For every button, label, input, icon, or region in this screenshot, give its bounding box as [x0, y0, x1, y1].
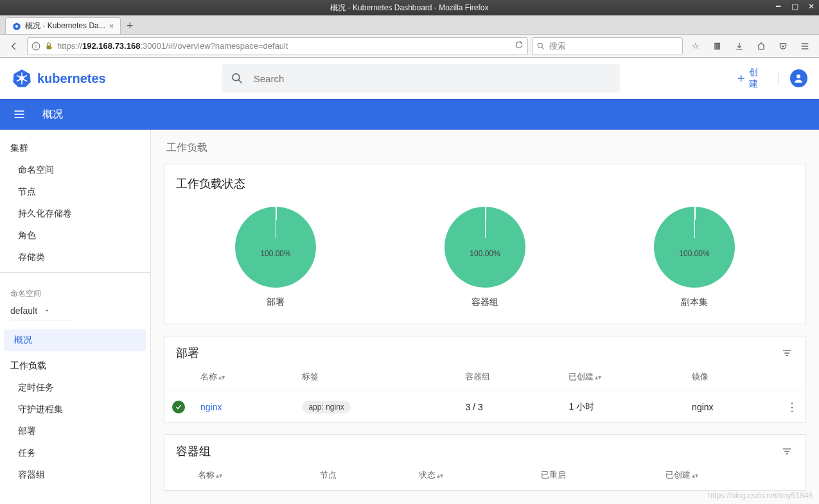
caption-pods: 容器组: [471, 297, 498, 308]
cell-image: nginx: [684, 392, 779, 422]
downloads-icon[interactable]: [730, 37, 748, 55]
create-button[interactable]: 创建: [735, 67, 766, 90]
col-pods[interactable]: 容器组: [457, 362, 561, 392]
tab-close-icon[interactable]: ×: [109, 21, 114, 31]
chart-replicasets: 100.00% 副本集: [654, 207, 735, 308]
lock-warn-icon: [44, 42, 53, 51]
dashboard-body: 集群 命名空间 节点 持久化存储卷 角色 存储类 命名空间 default 概况…: [0, 130, 819, 504]
sidebar-item-jobs[interactable]: 任务: [0, 442, 150, 464]
new-tab-button[interactable]: +: [121, 17, 139, 34]
sidebar-group-cluster: 集群: [0, 136, 150, 159]
deployments-card-title: 部署: [176, 345, 199, 361]
col-name[interactable]: 名称▴▾: [193, 362, 294, 392]
main-content[interactable]: 工作负载 工作负载状态 100.00% 部署 100.00% 容器组 100.0…: [151, 130, 819, 504]
deployments-card: 部署 名称▴▾ 标签 容器组 已创建▴▾ 镜像 ngi: [164, 336, 806, 422]
deployment-name-link[interactable]: nginx: [200, 402, 222, 412]
col-name[interactable]: 名称▴▾: [190, 460, 312, 491]
logo-text: kubernetes: [37, 71, 106, 86]
hamburger-menu-icon[interactable]: [796, 37, 814, 55]
topbar-right: 创建: [735, 67, 807, 90]
user-avatar[interactable]: [790, 69, 807, 87]
sort-icon: ▴▾: [218, 374, 225, 381]
dashboard-topbar: kubernetes 创建: [0, 58, 819, 99]
caption-deployments: 部署: [267, 297, 285, 308]
k8s-logo[interactable]: kubernetes: [12, 68, 106, 89]
col-created[interactable]: 已创建▴▾: [561, 362, 684, 392]
sidebar-item-overview[interactable]: 概况: [4, 329, 146, 351]
donut-deployments: 100.00%: [235, 207, 316, 288]
url-text: https://192.168.73.168:30001/#!/overview…: [57, 41, 288, 51]
minimize-button[interactable]: ━: [774, 3, 782, 10]
address-bar[interactable]: i https://192.168.73.168:30001/#!/overvi…: [27, 37, 528, 55]
namespace-selector[interactable]: default: [10, 306, 75, 320]
svg-line-23: [238, 80, 242, 83]
svg-point-6: [538, 43, 542, 48]
search-input[interactable]: [254, 73, 611, 84]
nav-toggle-icon[interactable]: [12, 107, 27, 122]
page-banner: 概况: [0, 99, 819, 130]
person-icon: [793, 73, 804, 84]
pct-pods: 100.00%: [470, 249, 500, 258]
col-node[interactable]: 节点: [312, 460, 411, 491]
browser-tab[interactable]: 概况 - Kubernetes Da... ×: [5, 17, 121, 34]
cell-created: 1 小时: [561, 392, 684, 422]
close-button[interactable]: ✕: [807, 3, 815, 10]
deployments-table: 名称▴▾ 标签 容器组 已创建▴▾ 镜像 nginx app: nginx 3 …: [164, 362, 806, 422]
info-icon: i: [31, 42, 40, 51]
os-titlebar: 概况 - Kubernetes Dashboard - Mozilla Fire…: [0, 0, 819, 15]
caption-replicasets: 副本集: [681, 297, 708, 308]
status-card: 工作负载状态 100.00% 部署 100.00% 容器组 100.00% 副本…: [164, 164, 806, 324]
filter-icon[interactable]: [780, 346, 794, 360]
dashboard-search[interactable]: [222, 64, 620, 92]
sidebar-item-deployments[interactable]: 部署: [0, 421, 150, 442]
sort-icon: ▴▾: [595, 374, 601, 381]
sidebar-item-roles[interactable]: 角色: [0, 225, 150, 247]
watermark: https://blog.csdn.net/lmy51848: [708, 491, 813, 500]
filter-icon[interactable]: [780, 444, 794, 458]
sidebar: 集群 命名空间 节点 持久化存储卷 角色 存储类 命名空间 default 概况…: [0, 130, 151, 504]
svg-rect-9: [717, 43, 718, 49]
chart-pods: 100.00% 容器组: [445, 207, 525, 308]
library-icon[interactable]: [709, 37, 727, 55]
sidebar-item-nodes[interactable]: 节点: [0, 181, 150, 203]
pocket-icon[interactable]: [774, 37, 792, 55]
sidebar-item-pods[interactable]: 容器组: [0, 464, 150, 486]
label-chip: app: nginx: [302, 401, 350, 413]
row-menu-icon[interactable]: ⋮: [786, 401, 798, 413]
workloads-section-label: 工作负载: [166, 141, 806, 155]
svg-rect-10: [719, 43, 720, 49]
sidebar-item-cronjobs[interactable]: 定时任务: [0, 377, 150, 399]
svg-point-26: [797, 74, 800, 78]
refresh-icon[interactable]: [515, 40, 524, 51]
col-status[interactable]: 状态▴▾: [411, 460, 533, 491]
home-icon[interactable]: [752, 37, 770, 55]
tab-title: 概况 - Kubernetes Da...: [25, 21, 105, 31]
col-restarts[interactable]: 已重启: [533, 460, 657, 491]
pct-deployments: 100.00%: [260, 249, 290, 258]
namespace-selector-label: 命名空间: [0, 277, 150, 303]
sidebar-item-storageclass[interactable]: 存储类: [0, 247, 150, 268]
sidebar-item-pv[interactable]: 持久化存储卷: [0, 203, 150, 225]
status-card-title: 工作负载状态: [164, 164, 806, 194]
chart-deployments: 100.00% 部署: [235, 207, 316, 308]
col-created[interactable]: 已创建▴▾: [658, 460, 806, 491]
page-title: 概况: [42, 108, 63, 121]
maximize-button[interactable]: ▢: [791, 3, 798, 10]
window-title: 概况 - Kubernetes Dashboard - Mozilla Fire…: [330, 3, 488, 13]
pods-table: 名称▴▾ 节点 状态▴▾ 已重启 已创建▴▾: [164, 460, 806, 491]
col-images[interactable]: 镜像: [684, 362, 779, 392]
cell-pods: 3 / 3: [457, 392, 561, 422]
browser-tab-strip: 概况 - Kubernetes Da... × +: [0, 15, 819, 35]
browser-toolbar: i https://192.168.73.168:30001/#!/overvi…: [0, 35, 819, 58]
kubernetes-icon: [12, 68, 32, 89]
status-ok-icon: [172, 401, 185, 413]
sidebar-item-daemonsets[interactable]: 守护进程集: [0, 399, 150, 421]
col-labels[interactable]: 标签: [294, 362, 457, 392]
pods-card-title: 容器组: [176, 444, 211, 459]
sidebar-item-namespaces[interactable]: 命名空间: [0, 159, 150, 181]
kubernetes-favicon-icon: [12, 22, 21, 31]
svg-point-15: [20, 76, 24, 80]
back-button[interactable]: [5, 37, 23, 55]
bookmark-star-icon[interactable]: ☆: [687, 37, 705, 55]
browser-search-box[interactable]: 搜索: [532, 37, 683, 55]
